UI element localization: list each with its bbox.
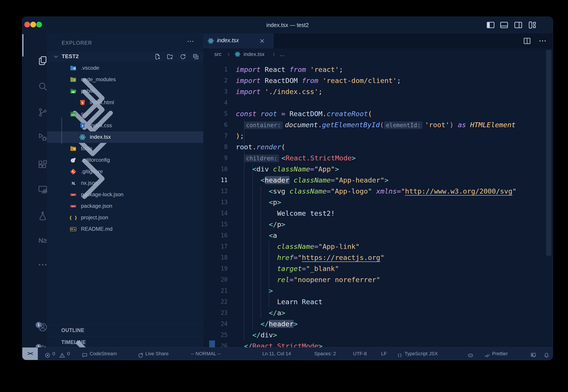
statusbar-encoding[interactable]: UTF-8 xyxy=(353,348,367,360)
more-actions-icon[interactable] xyxy=(538,37,547,45)
layout-customize-icon[interactable] xyxy=(528,20,537,30)
code-text: children:<React.StrictMode> xyxy=(236,153,356,164)
code-token xyxy=(256,110,261,118)
line-number: 14 xyxy=(203,208,228,219)
refresh-icon[interactable] xyxy=(179,53,186,60)
code-text: import './index.css'; xyxy=(236,86,322,97)
sidebar-item-.gitignore[interactable]: .gitignore xyxy=(47,166,203,177)
new-folder-icon[interactable] xyxy=(166,53,174,60)
activity-item-remote-explorer[interactable] xyxy=(22,173,47,194)
code-token: className xyxy=(290,187,327,195)
section-header-test2[interactable]: TEST2 xyxy=(47,52,203,62)
statusbar-formatter[interactable]: Prettier xyxy=(484,348,508,360)
sidebar-item-.vscode[interactable]: .vscode xyxy=(47,62,203,74)
more-actions-icon[interactable] xyxy=(186,37,194,45)
sidebar-item-public[interactable]: public xyxy=(47,85,203,97)
activity-item-search[interactable] xyxy=(22,70,47,91)
sidebar-item-index.css[interactable]: 3index.css xyxy=(47,120,203,131)
activity-item-testing[interactable] xyxy=(22,199,47,221)
sidebar-item-tools[interactable]: tools xyxy=(47,143,203,154)
chevron-right-icon xyxy=(271,52,277,57)
svg-text:3: 3 xyxy=(82,124,83,127)
file-tree: .vscodeJSnode_modulespublic5index.html</… xyxy=(47,62,203,235)
code-token: " xyxy=(298,253,302,262)
code-token: className xyxy=(277,242,314,251)
file-label: tools xyxy=(81,145,92,152)
panel-right-icon[interactable] xyxy=(513,20,523,30)
statusbar-notifications[interactable] xyxy=(543,348,551,360)
code-token: import xyxy=(236,66,261,73)
activity-bar: N≥11 xyxy=(22,33,47,348)
activity-item-extensions[interactable] xyxy=(22,148,47,169)
statusbar-label: Spaces: 2 xyxy=(314,351,336,356)
search-icon xyxy=(30,75,41,86)
remote-indicator[interactable]: >< xyxy=(22,348,38,360)
statusbar-eol[interactable]: LF xyxy=(381,348,387,360)
sidebar-item-index.html[interactable]: 5index.html xyxy=(47,97,203,108)
close-icon[interactable] xyxy=(259,38,265,44)
collapse-all-icon[interactable] xyxy=(192,53,199,60)
breadcrumb-item-symbol[interactable]: … xyxy=(279,51,285,57)
sidebar-item-project.json[interactable]: { }project.json xyxy=(47,212,203,224)
code-token: root xyxy=(261,110,277,118)
code-token: < xyxy=(281,154,286,162)
folder-vscode-file-icon xyxy=(69,64,77,72)
code-token xyxy=(236,231,269,239)
code-line: 25 </div> xyxy=(203,329,553,340)
breadcrumb-item-src[interactable]: src xyxy=(214,51,222,57)
sidebar-item-nx.json[interactable]: Nnx.json xyxy=(47,177,203,189)
file-label: README.md xyxy=(81,226,112,232)
sidebar-item-src[interactable]: </>src xyxy=(47,108,203,120)
activity-item-source-control[interactable] xyxy=(22,96,47,117)
sidebar-item-index.tsx[interactable]: index.tsx xyxy=(47,131,203,143)
statusbar-indentation[interactable]: Spaces: 2 xyxy=(314,348,336,360)
code-token: . xyxy=(252,143,257,151)
panel-left-icon[interactable] xyxy=(486,20,495,30)
line-number: 10 xyxy=(203,164,228,175)
statusbar-live-share[interactable]: Live Share xyxy=(137,348,168,360)
code-token xyxy=(285,187,290,195)
code-text: Welcome test2! xyxy=(236,208,335,219)
code-text: target="_blank" xyxy=(236,263,339,274)
code-token: document xyxy=(285,121,318,129)
activity-item-accounts[interactable]: 1 xyxy=(22,310,47,332)
error-count: 0 xyxy=(52,351,55,356)
statusbar-cursor-position[interactable]: Ln 11, Col 14 xyxy=(262,348,291,360)
activity-item-run-debug[interactable] xyxy=(22,120,47,141)
statusbar-language-mode[interactable]: {}TypeScript JSX xyxy=(397,348,438,360)
statusbar-problems[interactable]: 00 xyxy=(44,348,70,360)
panel-header-outline[interactable]: OUTLINE xyxy=(47,324,203,336)
code-token: target xyxy=(277,265,302,273)
line-number: 21 xyxy=(203,285,228,296)
editor-scrollbar[interactable] xyxy=(546,50,551,256)
panel-bottom-icon[interactable] xyxy=(499,20,509,30)
code-token: > xyxy=(352,154,356,162)
new-file-icon[interactable] xyxy=(154,53,161,60)
statusbar-codestream[interactable]: CodeStream xyxy=(82,348,117,360)
source-control-icon xyxy=(30,101,41,112)
code-token xyxy=(306,66,310,73)
inlay-hint: children: xyxy=(244,155,279,162)
statusbar-copilot[interactable] xyxy=(467,348,475,360)
code-line: 5const root = ReactDOM.createRoot( xyxy=(203,108,553,119)
activity-item-more-views[interactable] xyxy=(22,248,47,269)
split-editor-icon[interactable] xyxy=(523,37,531,45)
panel-header-timeline[interactable]: TIMELINE xyxy=(47,336,203,348)
code-line: 22 Learn React xyxy=(203,296,553,307)
sidebar-item-node_modules[interactable]: JSnode_modules xyxy=(47,74,203,85)
activity-item-explorer[interactable] xyxy=(22,44,47,65)
sidebar-item-package.json[interactable]: npmpackage.json xyxy=(47,200,203,212)
tab-index-tsx[interactable]: index.tsx xyxy=(203,33,274,48)
sidebar-item-package-lock.json[interactable]: npmpackage-lock.json xyxy=(47,189,203,200)
activity-item-nx-console[interactable]: N≥ xyxy=(22,224,47,245)
debug-icon xyxy=(30,126,41,137)
statusbar-vim-mode[interactable]: -- NORMAL -- xyxy=(191,348,221,360)
sidebar-item-.editorconfig[interactable]: .editorconfig xyxy=(47,154,203,166)
sidebar-item-README.md[interactable]: README.md xyxy=(47,224,203,235)
double-check-icon xyxy=(484,349,490,355)
statusbar-feedback[interactable] xyxy=(530,348,538,360)
svg-text:npm: npm xyxy=(71,205,75,207)
code-area[interactable]: 1import React from 'react';2import React… xyxy=(203,61,553,348)
editor-group: index.tsxsrcindex.tsx…1import React from… xyxy=(203,33,553,348)
breadcrumb-item-file[interactable]: index.tsx xyxy=(244,51,264,57)
